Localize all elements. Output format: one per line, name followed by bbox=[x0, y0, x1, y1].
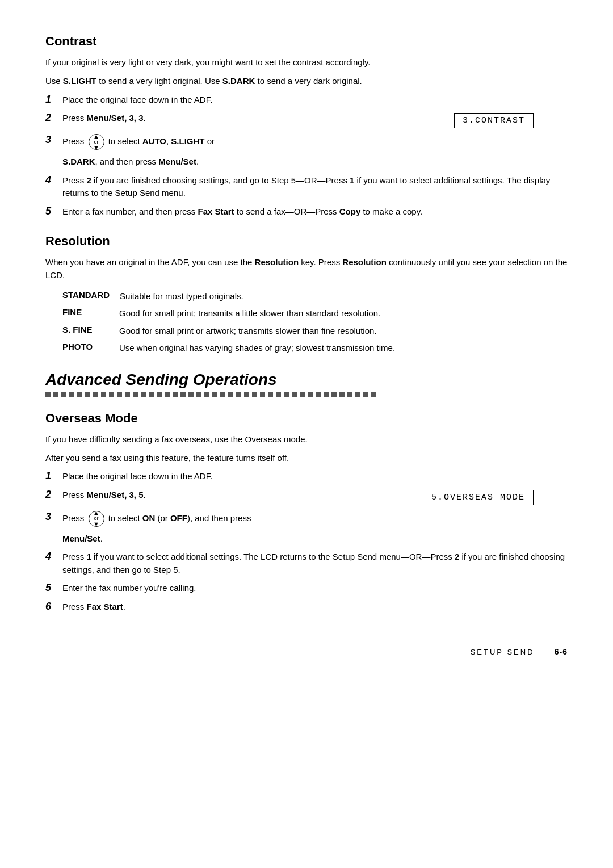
step-3b-text: S.DARK, and then press Menu/Set. bbox=[62, 156, 568, 169]
overseas-para2: After you send a fax using this feature,… bbox=[45, 451, 568, 464]
os-step-3b-text: Menu/Set. bbox=[62, 532, 568, 546]
os-step-4-text: Press 1 if you want to select additional… bbox=[62, 551, 568, 576]
resolution-title: Resolution bbox=[45, 234, 568, 249]
os-step-5-text: Enter the fax number you're calling. bbox=[62, 582, 568, 595]
overseas-step-4: 4 Press 1 if you want to select addition… bbox=[45, 551, 568, 576]
chapter-section: Advanced Sending Operations bbox=[45, 371, 568, 397]
os-step-num-1: 1 bbox=[45, 470, 58, 482]
os-step-6-text: Press Fax Start. bbox=[62, 601, 568, 614]
overseas-step-1: 1 Place the original face down in the AD… bbox=[45, 470, 568, 483]
def-desc-sfine: Good for small print or artwork; transmi… bbox=[119, 325, 568, 338]
def-term-standard: STANDARD bbox=[62, 290, 120, 300]
overseas-title: Overseas Mode bbox=[45, 411, 568, 426]
contrast-lcd-text: 3.CONTRAST bbox=[454, 113, 534, 128]
nav-button-icon: ▲ or ▼ bbox=[89, 134, 104, 150]
resolution-intro: When you have an original in the ADF, yo… bbox=[45, 255, 568, 282]
overseas-step-3b: Menu/Set. bbox=[45, 532, 568, 546]
contrast-intro2: Use S.LIGHT to send a very light origina… bbox=[45, 74, 568, 87]
resolution-definitions: STANDARD Suitable for most typed origina… bbox=[62, 290, 568, 355]
os-step-num-6: 6 bbox=[45, 601, 58, 613]
contrast-step-3b: S.DARK, and then press Menu/Set. bbox=[45, 156, 568, 169]
contrast-steps: 1 Place the original face down in the AD… bbox=[45, 94, 568, 219]
def-term-fine: FINE bbox=[62, 307, 119, 317]
os-step-1-text: Place the original face down in the ADF. bbox=[62, 470, 568, 483]
overseas-step-2: 2 Press Menu/Set, 3, 5. 5.OVERSEAS MODE bbox=[45, 489, 568, 505]
step-num-5: 5 bbox=[45, 206, 58, 217]
overseas-lcd-text: 5.OVERSEAS MODE bbox=[423, 490, 534, 505]
def-term-sfine: S. FINE bbox=[62, 325, 119, 334]
step-2-text: Press Menu/Set, 3, 3. bbox=[62, 112, 146, 125]
contrast-step-5: 5 Enter a fax number, and then press Fax… bbox=[45, 206, 568, 219]
step-num-1: 1 bbox=[45, 94, 58, 106]
nav-button-icon-2: ▲ or ▼ bbox=[89, 511, 104, 527]
divider-dots bbox=[45, 392, 568, 397]
page-footer: SETUP SEND 6-6 bbox=[45, 647, 568, 656]
contrast-section: Contrast If your original is very light … bbox=[45, 34, 568, 218]
resolution-section: Resolution When you have an original in … bbox=[45, 234, 568, 355]
def-fine: FINE Good for small print; transmits a l… bbox=[62, 307, 568, 320]
step-1-text: Place the original face down in the ADF. bbox=[62, 94, 568, 107]
slight-label: S.LIGHT bbox=[63, 76, 96, 86]
contrast-intro1: If your original is very light or very d… bbox=[45, 56, 568, 69]
contrast-step-1: 1 Place the original face down in the AD… bbox=[45, 94, 568, 107]
os-step-num-2: 2 bbox=[45, 489, 58, 501]
contrast-step-3: 3 Press ▲ or ▼ to select AUTO, S.LIGHT o… bbox=[45, 134, 568, 150]
contrast-lcd-display: 3.CONTRAST bbox=[454, 112, 534, 128]
def-standard: STANDARD Suitable for most typed origina… bbox=[62, 290, 568, 303]
os-step-num-4: 4 bbox=[45, 551, 58, 563]
step-3-text: Press ▲ or ▼ to select AUTO, S.LIGHT or bbox=[62, 134, 568, 150]
contrast-step-4: 4 Press 2 if you are finished choosing s… bbox=[45, 174, 568, 200]
footer-label: SETUP SEND bbox=[471, 648, 535, 656]
contrast-step-2: 2 Press Menu/Set, 3, 3. 3.CONTRAST bbox=[45, 112, 568, 128]
def-photo: PHOTO Use when original has varying shad… bbox=[62, 342, 568, 355]
footer-page: 6-6 bbox=[555, 647, 568, 656]
def-term-photo: PHOTO bbox=[62, 342, 119, 351]
def-desc-standard: Suitable for most typed originals. bbox=[120, 290, 568, 303]
page-container: Contrast If your original is very light … bbox=[45, 34, 568, 656]
overseas-step-5: 5 Enter the fax number you're calling. bbox=[45, 582, 568, 595]
overseas-section: Overseas Mode If you have difficulty sen… bbox=[45, 411, 568, 614]
step-num-4: 4 bbox=[45, 174, 58, 186]
overseas-para1: If you have difficulty sending a fax ove… bbox=[45, 433, 568, 446]
step-num-3: 3 bbox=[45, 134, 58, 146]
os-step-3-text: Press ▲ or ▼ to select ON (or OFF), and … bbox=[62, 511, 568, 527]
def-sfine: S. FINE Good for small print or artwork;… bbox=[62, 325, 568, 338]
step-4-text: Press 2 if you are finished choosing set… bbox=[62, 174, 568, 200]
step-num-2: 2 bbox=[45, 112, 58, 124]
contrast-title: Contrast bbox=[45, 34, 568, 49]
sdark-label: S.DARK bbox=[222, 76, 255, 86]
overseas-lcd-display: 5.OVERSEAS MODE bbox=[423, 489, 534, 505]
os-step-2-text: Press Menu/Set, 3, 5. bbox=[62, 489, 146, 502]
os-step-num-3: 3 bbox=[45, 511, 58, 523]
overseas-step-3: 3 Press ▲ or ▼ to select ON (or OFF), an… bbox=[45, 511, 568, 527]
os-step-num-5: 5 bbox=[45, 582, 58, 594]
overseas-steps: 1 Place the original face down in the AD… bbox=[45, 470, 568, 613]
chapter-title: Advanced Sending Operations bbox=[45, 371, 568, 389]
footer-separator bbox=[541, 648, 548, 656]
overseas-step-6: 6 Press Fax Start. bbox=[45, 601, 568, 614]
step-5-text: Enter a fax number, and then press Fax S… bbox=[62, 206, 568, 219]
def-desc-photo: Use when original has varying shades of … bbox=[119, 342, 568, 355]
def-desc-fine: Good for small print; transmits a little… bbox=[119, 307, 568, 320]
